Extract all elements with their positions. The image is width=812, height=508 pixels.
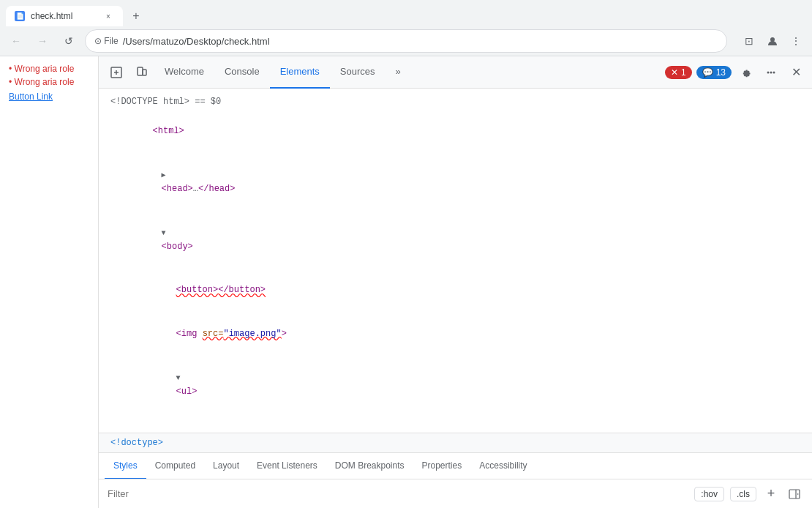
device-toolbar-button[interactable] (129, 61, 153, 84)
ul1-collapse-icon[interactable]: ▼ (176, 373, 185, 384)
ul1-tag: <ul> (176, 386, 198, 397)
ul1-open-node[interactable]: ▼ <ul> (99, 356, 812, 414)
filter-bar: :hov .cls + (99, 479, 812, 508)
tab-bar: 📄 check.html × + (0, 0, 812, 26)
url-bar[interactable]: ⊙ File /Users/matuzo/Desktop/check.html (85, 29, 727, 53)
error-icon: ✕ (671, 67, 678, 78)
filter-input[interactable] (108, 488, 688, 499)
customize-button[interactable] (761, 62, 781, 83)
devtools-panel: Welcome Console Elements Sources » ✕ 1 💬… (99, 56, 812, 508)
tab-elements[interactable]: Elements (270, 56, 330, 89)
tab-title: check.html (31, 11, 97, 21)
page-sidebar: Wrong aria role Wrong aria role Button L… (0, 56, 99, 508)
head-ellipsis: … (193, 184, 198, 194)
bottom-bar: <!doctype> Styles Computed Layout Event … (99, 433, 812, 508)
error-count-badge[interactable]: ✕ 1 (665, 66, 692, 79)
head-expand-icon[interactable]: ▶ (162, 170, 170, 182)
tab-styles[interactable]: Styles (105, 453, 146, 479)
devtools-toolbar: Welcome Console Elements Sources » ✕ 1 💬… (99, 56, 812, 89)
li1-node[interactable]: ▶ <li role="menu-item">…</li> (99, 414, 812, 433)
svg-point-4 (767, 71, 770, 73)
img-src-value: "image.png" (223, 329, 281, 339)
tab-layout[interactable]: Layout (204, 453, 248, 479)
head-close-tag: </head> (198, 184, 235, 194)
button-tag: <button></button> (176, 285, 266, 295)
body-collapse-icon[interactable]: ▼ (162, 228, 170, 239)
tab-console[interactable]: Console (214, 56, 270, 89)
head-node[interactable]: ▶ <head>…</head> (99, 154, 812, 212)
body-open-node[interactable]: ▼ <body> (99, 212, 812, 269)
reload-button[interactable]: ↺ (59, 31, 79, 51)
file-indicator: ⊙ File (94, 36, 119, 46)
dom-panel: <!DOCTYPE html> == $0 <html> ▶ <head>…</… (99, 89, 812, 433)
devtools-toolbar-right: ✕ 1 💬 13 ✕ (665, 62, 806, 83)
devtools-tabs: Welcome Console Elements Sources » (154, 56, 663, 89)
tab-properties[interactable]: Properties (413, 453, 471, 479)
img-tag: <img (176, 329, 203, 339)
svg-point-6 (773, 71, 775, 73)
body-tag: <body> (162, 242, 193, 252)
menu-button[interactable]: ⋮ (786, 31, 806, 51)
tab-computed[interactable]: Computed (146, 453, 204, 479)
browser-tab[interactable]: 📄 check.html × (6, 6, 123, 26)
tab-dom-breakpoints[interactable]: DOM Breakpoints (326, 453, 413, 479)
hov-button[interactable]: :hov (694, 487, 724, 501)
tab-close-button[interactable]: × (102, 10, 114, 22)
tab-welcome[interactable]: Welcome (154, 56, 214, 89)
inspect-element-button[interactable] (105, 61, 128, 84)
sidebar-error-2[interactable]: Wrong aria role (0, 75, 98, 89)
svg-point-5 (770, 71, 772, 73)
doctype-node: <!DOCTYPE html> == $0 (99, 94, 812, 110)
warning-count: 13 (716, 67, 726, 78)
img-close: > (282, 329, 287, 339)
tab-favicon: 📄 (15, 11, 25, 21)
toggle-sidebar-button[interactable] (786, 485, 803, 503)
error-count: 1 (681, 67, 686, 78)
img-src-attr: src= (203, 329, 224, 339)
sidebar-error-1[interactable]: Wrong aria role (0, 62, 98, 75)
warning-icon: 💬 (702, 67, 713, 78)
extensions-button[interactable]: ⊡ (739, 31, 759, 51)
forward-button[interactable]: → (32, 31, 53, 51)
img-node[interactable]: <img src="image.png"> (99, 313, 812, 356)
breadcrumb: <!doctype> (99, 433, 812, 453)
button-node[interactable]: <button></button> (99, 269, 812, 313)
url-text: /Users/matuzo/Desktop/check.html (123, 36, 718, 47)
tab-accessibility[interactable]: Accessibility (470, 453, 535, 479)
sidebar-link[interactable]: Button Link (0, 89, 98, 105)
close-devtools-button[interactable]: ✕ (786, 62, 806, 83)
profile-button[interactable] (762, 31, 783, 51)
svg-rect-2 (138, 67, 143, 75)
tab-sources[interactable]: Sources (330, 56, 386, 89)
warning-count-badge[interactable]: 💬 13 (696, 66, 732, 79)
settings-button[interactable] (736, 62, 756, 83)
tab-event-listeners[interactable]: Event Listeners (248, 453, 326, 479)
more-tabs-button[interactable]: » (386, 56, 411, 89)
svg-rect-3 (143, 70, 146, 75)
main-layout: Wrong aria role Wrong aria role Button L… (0, 56, 812, 508)
browser-chrome: 📄 check.html × + ← → ↺ ⊙ File /Users/mat… (0, 0, 812, 56)
cls-button[interactable]: .cls (730, 487, 756, 501)
browser-actions: ⊡ ⋮ (739, 31, 806, 51)
address-bar: ← → ↺ ⊙ File /Users/matuzo/Desktop/check… (0, 26, 812, 56)
html-open-node[interactable]: <html> (99, 110, 812, 154)
bottom-tabs: Styles Computed Layout Event Listeners D… (99, 453, 812, 479)
html-tag: <html> (153, 126, 184, 136)
back-button[interactable]: ← (6, 31, 26, 51)
new-tab-button[interactable]: + (126, 6, 146, 26)
new-rule-button[interactable]: + (762, 485, 780, 503)
head-tag: <head> (162, 184, 193, 194)
